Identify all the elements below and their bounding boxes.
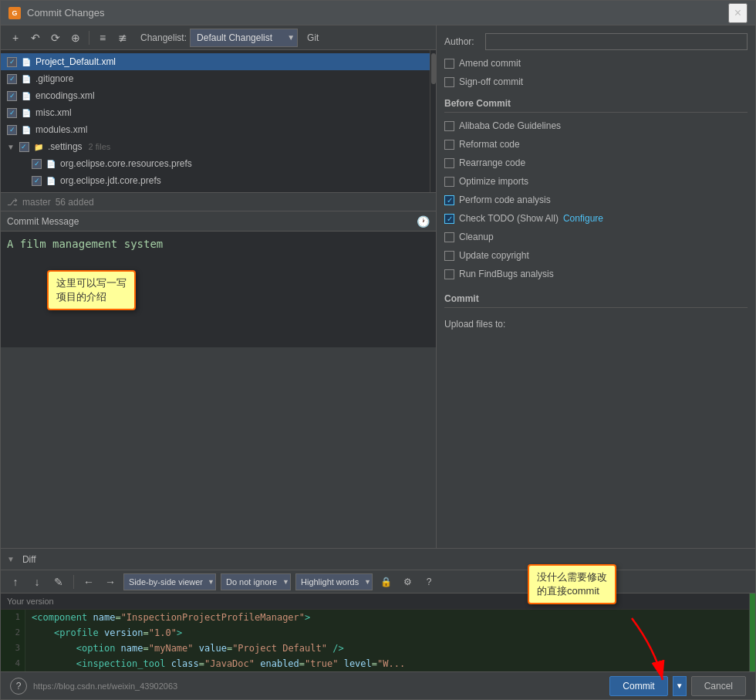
back-button[interactable]: ← [80,573,97,590]
file-checkbox[interactable]: ✓ [32,176,42,186]
option-checktodo: ✓ Check TODO (Show All) Configure [444,210,748,227]
folder-item[interactable]: ▼ ✓ 📁 .settings 2 files [1,138,430,155]
amend-commit-checkbox[interactable] [444,59,454,69]
file-checkbox[interactable]: ✓ [7,74,17,84]
branch-icon: ⎇ [7,197,18,208]
file-checkbox[interactable]: ✓ [7,57,17,67]
findbugs-checkbox[interactable] [444,269,454,279]
file-item[interactable]: ✓ 📄 modules.xml [1,121,430,138]
diff-section: ▼ Diff ↑ ↓ ✎ ← → Side-by-side viewer ▼ D… [1,548,755,671]
expand-button[interactable]: ≡ [94,29,111,46]
highlight-select[interactable]: Highlight words [295,573,373,590]
line-code: <profile version="1.0"> [25,625,188,641]
folder-icon: 📁 [32,140,45,153]
commit-button[interactable]: Commit [609,676,667,696]
diff-expand-arrow-icon[interactable]: ▼ [7,555,15,563]
copyright-checkbox[interactable] [444,251,454,261]
findbugs-label: Run FindBugs analysis [459,269,554,279]
changelist-select[interactable]: Default Changelist [190,29,298,47]
signoff-commit-checkbox[interactable] [444,77,454,87]
move-button[interactable]: ⊕ [67,29,84,46]
amend-commit-label: Amend commit [459,58,521,69]
code-line: 2 <profile version="1.0"> [1,625,749,641]
file-name: .gitignore [35,73,73,84]
reformat-checkbox[interactable] [444,140,454,150]
diff-indicator [749,593,755,671]
file-item[interactable]: ✓ 📄 misc.xml [1,104,430,121]
settings-button[interactable]: ⚙ [399,573,416,590]
option-optimize: Optimize imports [444,173,748,190]
cleanup-checkbox[interactable] [444,232,454,242]
expand-arrow-icon: ▼ [7,143,15,151]
optimize-checkbox[interactable] [444,177,454,187]
file-checkbox[interactable]: ✓ [7,108,17,118]
line-number: 1 [1,610,25,625]
checktodo-checkbox[interactable]: ✓ [444,214,454,224]
prefs-icon: 📄 [45,157,57,170]
configure-link[interactable]: Configure [563,213,603,224]
commit-message-header: Commit Message 🕐 [1,211,436,232]
commit-header: Commit [444,293,748,308]
copyright-label: Update copyright [459,250,529,261]
up-button[interactable]: ↑ [7,573,24,590]
toolbar: + ↶ ⟳ ⊕ ≡ ≢ Changelist: Default Changeli… [1,25,436,50]
cancel-button[interactable]: Cancel [691,676,746,696]
line-number: 3 [1,641,25,656]
file-checkbox[interactable]: ✓ [7,91,17,101]
commit-changes-dialog: G Commit Changes × + ↶ ⟳ ⊕ ≡ ≢ Changelis… [0,0,756,700]
author-row: Author: [444,33,748,50]
file-checkbox[interactable]: ✓ [19,142,29,152]
before-commit-header: Before Commit [444,98,748,113]
xml-icon: 📄 [20,123,32,136]
file-name: org.eclipse.core.resources.prefs [60,158,192,169]
file-name: modules.xml [35,124,87,135]
folder-count: 2 files [89,142,111,151]
signoff-commit-label: Sign-off commit [459,76,523,87]
left-panel: + ↶ ⟳ ⊕ ≡ ≢ Changelist: Default Changeli… [1,25,437,548]
alibaba-checkbox[interactable] [444,121,454,131]
rearrange-checkbox[interactable] [444,158,454,168]
file-item[interactable]: ✓ 📄 org.eclipse.core.resources.prefs [1,155,430,172]
close-button[interactable]: × [728,3,748,23]
refresh-button[interactable]: ⟳ [47,29,64,46]
analysis-checkbox[interactable]: ✓ [444,195,454,205]
ignore-select[interactable]: Do not ignore [221,573,291,590]
viewer-select[interactable]: Side-by-side viewer [123,573,216,590]
file-item[interactable]: ✓ 📄 encodings.xml [1,87,430,104]
help-button[interactable]: ? [10,678,27,695]
signoff-commit-row: Sign-off commit [444,73,748,90]
alibaba-label: Alibaba Code Guidelines [459,120,561,131]
edit-button[interactable]: ✎ [50,573,67,590]
commit-message-label: Commit Message [7,216,79,227]
collapse-button[interactable]: ≢ [114,29,131,46]
folder-name: .settings [48,141,83,152]
file-checkbox[interactable]: ✓ [7,125,17,135]
file-item[interactable]: ✓ 📄 Project_Default.xml [1,53,430,70]
git-label: Git [307,32,319,43]
file-item[interactable]: ✓ 📄 .gitignore [1,70,430,87]
file-item[interactable]: ✓ 📄 org.eclipse.jdt.core.prefs [1,172,430,189]
code-line: 4 <inspection_tool class="JavaDoc" enabl… [1,656,749,671]
annotation-box-1: 这里可以写一写 项目的介绍 [47,270,136,310]
file-checkbox[interactable]: ✓ [32,159,42,169]
main-content: + ↶ ⟳ ⊕ ≡ ≢ Changelist: Default Changeli… [1,25,755,548]
help-diff-button[interactable]: ? [420,573,437,590]
author-input[interactable] [485,33,748,50]
code-line: 3 <option name="myName" value="Project D… [1,641,749,656]
lock-button[interactable]: 🔒 [377,573,394,590]
forward-button[interactable]: → [102,573,119,590]
changelist-label: Changelist: [140,32,187,43]
undo-button[interactable]: ↶ [27,29,44,46]
diff-toolbar: ↑ ↓ ✎ ← → Side-by-side viewer ▼ Do not i… [1,570,755,593]
commit-dropdown-button[interactable]: ▼ [673,676,687,696]
checktodo-label: Check TODO (Show All) [459,213,559,224]
option-analysis: ✓ Perform code analysis [444,191,748,208]
down-button[interactable]: ↓ [29,573,46,590]
diff-content: 1 <component name="InspectionProjectProf… [1,610,749,671]
amend-commit-row: Amend commit [444,55,748,72]
file-tree-scrollbar[interactable] [430,50,436,192]
file-tree: ✓ 📄 Project_Default.xml ✓ 📄 .gitignore ✓… [1,50,430,192]
action-buttons: Commit ▼ Cancel [609,676,746,696]
add-button[interactable]: + [7,29,24,46]
annotation-box-2: 没什么需要修改 的直接commit [528,564,616,604]
